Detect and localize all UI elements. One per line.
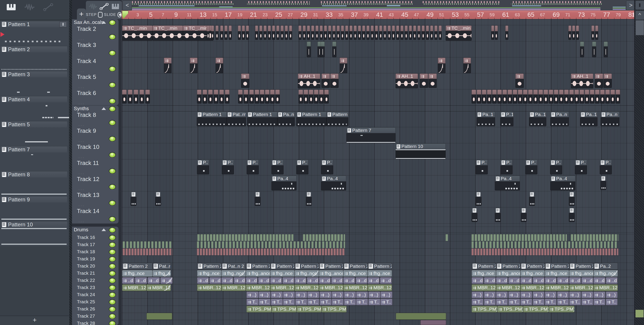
- pattern-options-button[interactable]: [60, 22, 67, 27]
- clip-audio-clip[interactable]: ⇉..): [283, 292, 295, 298]
- clip-audio-clip[interactable]: [341, 25, 344, 40]
- clip-audio-clip[interactable]: ⇉..): [320, 292, 332, 298]
- clip-header[interactable]: [276, 25, 279, 31]
- clip-audio-clip[interactable]: [564, 90, 569, 103]
- clip-header[interactable]: [246, 25, 249, 31]
- clip-audio-clip[interactable]: ⇉..): [496, 292, 508, 298]
- clip-audio-clip[interactable]: ⇉TPS..PM): [296, 306, 322, 313]
- clip-audio-clip[interactable]: [487, 90, 492, 103]
- clip-header[interactable]: P..: [197, 160, 209, 165]
- clip-audio-clip[interactable]: ⇉fhg..ance: [319, 270, 343, 277]
- clip-pattern-clip[interactable]: Pattern 2: [343, 263, 368, 270]
- clip-audio-clip[interactable]: [604, 41, 608, 57]
- scrollbar-thumb[interactable]: [636, 20, 644, 35]
- clip-header[interactable]: [426, 25, 429, 31]
- clip-audio-clip[interactable]: [272, 25, 275, 40]
- clip-header[interactable]: Pa..4: [550, 176, 575, 182]
- track-mute-led[interactable]: [109, 271, 116, 276]
- clip-header[interactable]: [396, 25, 399, 31]
- clip-automation-clip[interactable]: ⇉: [216, 58, 223, 73]
- track-header[interactable]: Track 16: [72, 234, 118, 241]
- clip-audio-clip[interactable]: [491, 25, 494, 40]
- clip-header[interactable]: [197, 90, 202, 94]
- clip-header[interactable]: [476, 192, 482, 197]
- pattern-header[interactable]: Pattern 1: [1, 21, 67, 27]
- collapse-triangle-icon[interactable]: [102, 228, 106, 231]
- clip-header[interactable]: [521, 208, 526, 213]
- clip-audio-clip[interactable]: [396, 25, 399, 40]
- clip-audio-clip[interactable]: [303, 25, 306, 40]
- waveform-icon[interactable]: [88, 3, 98, 10]
- clip-audio-clip[interactable]: ⇉AH..1: [298, 73, 320, 88]
- clip-audio-clip[interactable]: ⇉..d: [582, 277, 593, 284]
- scroll-left-button[interactable]: <: [122, 0, 132, 10]
- clip-audio-clip[interactable]: [528, 90, 533, 103]
- clip-pattern-clip[interactable]: [569, 208, 575, 222]
- clip-header[interactable]: [202, 90, 207, 94]
- clip-header[interactable]: Pattern 10: [396, 143, 446, 149]
- clip-audio-clip[interactable]: ⇉..d: [594, 277, 605, 284]
- clip-audio-clip[interactable]: ⇉TPS..PM): [272, 306, 296, 313]
- clip-audio-clip[interactable]: ⇉T..: [484, 299, 496, 305]
- clip-header[interactable]: [495, 208, 501, 213]
- clip-automation-clip[interactable]: ⇉: [190, 58, 198, 73]
- clip-audio-clip[interactable]: [574, 90, 579, 103]
- clip-pattern-clip[interactable]: [529, 192, 535, 206]
- track-mute-led[interactable]: [109, 314, 116, 319]
- clip-pattern-clip[interactable]: Pattern 2: [569, 263, 594, 270]
- track-header[interactable]: Track 20: [72, 263, 118, 270]
- playhead-marker[interactable]: [122, 11, 128, 19]
- clip-header[interactable]: Pa..4: [272, 176, 296, 182]
- clip-header[interactable]: [341, 25, 344, 31]
- track-header[interactable]: Track 26: [72, 306, 118, 313]
- clip-header[interactable]: [324, 90, 329, 94]
- clip-header[interactable]: [569, 90, 574, 94]
- clip-note-stripes-clip[interactable]: [198, 234, 294, 241]
- clip-audio-clip[interactable]: [332, 41, 336, 57]
- clip-audio-clip[interactable]: [592, 25, 594, 40]
- clip-pattern-clip[interactable]: Pattern 2: [545, 263, 569, 270]
- clip-header[interactable]: [265, 90, 270, 94]
- clip-audio-clip[interactable]: [146, 313, 172, 320]
- clip-pattern-clip[interactable]: Pattern 1: [197, 111, 227, 126]
- clip-header[interactable]: [211, 25, 214, 31]
- clip-audio-clip[interactable]: [321, 41, 325, 57]
- clip-header[interactable]: [314, 90, 318, 94]
- pattern-list-item[interactable]: Pattern 10: [0, 222, 68, 246]
- clip-audio-clip[interactable]: [420, 320, 446, 325]
- clip-audio-clip[interactable]: [311, 25, 314, 40]
- clip-header[interactable]: Pa..4: [321, 176, 346, 182]
- clip-header[interactable]: [272, 25, 275, 31]
- clip-pattern-clip[interactable]: P..: [197, 160, 209, 174]
- clip-header[interactable]: Pa..4: [495, 176, 520, 182]
- pattern-header[interactable]: Pattern 5: [1, 121, 67, 127]
- track-group-header[interactable]: Synths: [72, 105, 118, 111]
- clip-header[interactable]: ⇉: [216, 58, 223, 63]
- clip-audio-clip[interactable]: ⇉: [330, 73, 338, 88]
- clip-header[interactable]: ⇉: [330, 73, 338, 79]
- clip-header[interactable]: [242, 25, 245, 31]
- track-header[interactable]: Track 8...: [72, 111, 118, 127]
- clip-header[interactable]: [255, 90, 259, 94]
- clip-audio-clip[interactable]: ⇉..d: [234, 277, 246, 284]
- clip-header[interactable]: [569, 192, 575, 197]
- clip-note-stripes-clip[interactable]: [197, 249, 345, 255]
- clip-audio-clip[interactable]: [249, 90, 254, 103]
- clip-audio-clip[interactable]: ⇉..d: [319, 277, 331, 284]
- clip-header[interactable]: P..: [600, 160, 612, 165]
- clip-audio-clip[interactable]: ⇉T..: [332, 299, 344, 305]
- clip-header[interactable]: [518, 90, 522, 94]
- track-mute-led[interactable]: [109, 200, 116, 206]
- clip-audio-clip[interactable]: [260, 90, 264, 103]
- clip-audio-clip[interactable]: [505, 25, 508, 40]
- piano-icon[interactable]: [111, 3, 120, 10]
- clip-audio-clip[interactable]: ⇉AH..1: [396, 73, 418, 88]
- track-header[interactable]: Track 18: [72, 248, 118, 256]
- track-header[interactable]: Track 19: [72, 256, 118, 263]
- pattern-list-item[interactable]: Pattern 9: [0, 197, 68, 221]
- clip-audio-clip[interactable]: ⇉MBR..120: [496, 284, 520, 291]
- clip-audio-clip[interactable]: [216, 25, 218, 40]
- clip-pattern-clip[interactable]: Pattern 1: [247, 111, 277, 126]
- clip-header[interactable]: [281, 25, 284, 31]
- track-mute-led[interactable]: [109, 216, 116, 222]
